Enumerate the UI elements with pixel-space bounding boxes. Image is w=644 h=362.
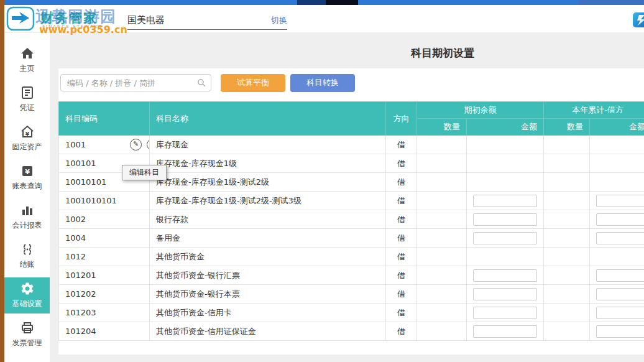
header-direction: 方向 [386, 102, 417, 136]
row-actions: ✎ + [127, 139, 150, 151]
direction-cell: 借 [386, 173, 417, 192]
bar-chart-icon [4, 203, 50, 219]
page-title: 科目期初设置 [411, 46, 474, 60]
header-opening-qty: 数量 [417, 119, 467, 136]
ytd-qty-cell [544, 285, 590, 304]
ytd-amount-input[interactable] [596, 213, 644, 226]
account-code: 1001 [65, 140, 86, 149]
ytd-amount-input[interactable] [596, 232, 644, 244]
account-name-cell: 其他货币资金-银行汇票 [150, 266, 386, 285]
opening-amount-input[interactable] [473, 269, 537, 282]
top-strip-segment [297, 0, 326, 5]
opening-amount-cell [467, 229, 544, 248]
account-code: 1001010101 [65, 196, 117, 205]
opening-qty-cell [417, 192, 467, 210]
sidebar-item-account-query[interactable]: ¥ 账表查询 [4, 160, 50, 196]
toolbar: 试算平衡 科目转换 [60, 73, 355, 92]
opening-amount-input[interactable] [473, 232, 537, 244]
table-row: 101201 其他货币资金-银行汇票 借 [59, 266, 644, 285]
ytd-amount-input[interactable] [596, 269, 644, 282]
switch-company-link[interactable]: 切换 [271, 15, 287, 26]
closing-icon [4, 242, 50, 258]
direction-cell: 借 [386, 285, 417, 304]
ytd-amount-input[interactable] [596, 288, 644, 300]
ytd-amount-cell [590, 248, 644, 266]
opening-amount-input[interactable] [473, 307, 537, 319]
account-code: 1012 [65, 252, 86, 261]
opening-amount-input[interactable] [473, 195, 537, 207]
company-selector: 国美电器 切换 [127, 11, 287, 30]
home-icon [4, 46, 50, 62]
top-strip-segment [326, 0, 358, 5]
ytd-amount-input[interactable] [596, 307, 644, 319]
ytd-amount-cell [590, 210, 644, 229]
ytd-amount-cell [590, 322, 644, 341]
sidebar-item-fixed-assets[interactable]: ¥ 固定资产 [4, 121, 50, 157]
sidebar-item-voucher[interactable]: 凭证 [4, 81, 50, 118]
account-name-cell: 其他货币资金-银行本票 [150, 285, 386, 304]
header-ytd-qty: 数量 [544, 119, 590, 136]
account-code-cell: 101201 [59, 266, 150, 285]
subjects-table: 科目编码 科目名称 方向 期初余额 本年累计-借方 数量 金额 数量 金额 [58, 101, 644, 341]
account-code-cell: 1001010101 [59, 192, 150, 210]
direction-cell: 借 [386, 154, 417, 173]
account-code: 101202 [65, 289, 96, 299]
ytd-amount-cell [590, 304, 644, 322]
opening-amount-input[interactable] [473, 288, 537, 300]
opening-amount-input[interactable] [473, 213, 537, 226]
opening-qty-cell [417, 304, 467, 322]
ytd-amount-cell [590, 229, 644, 248]
opening-qty-cell [417, 322, 467, 341]
edit-subject-tooltip: 编辑科目 [122, 165, 167, 180]
search-icon[interactable] [197, 78, 206, 88]
table-row: 1004 备用金 借 [59, 229, 644, 248]
account-name-cell: 其他货币资金-信用证保证金 [150, 322, 386, 341]
sidebar-item-invoice[interactable]: 发票管理 [4, 317, 50, 353]
fixed-assets-icon: ¥ [4, 124, 50, 141]
sidebar-item-label: 基础设置 [4, 299, 50, 309]
subject-convert-button[interactable]: 科目转换 [290, 74, 355, 92]
add-sub-account-button[interactable]: + [147, 139, 149, 151]
account-name-cell: 其他货币资金 [150, 248, 386, 266]
account-code-cell: 1001 ✎ + [59, 136, 150, 154]
edit-account-button[interactable]: ✎ [130, 139, 142, 151]
account-code: 1004 [65, 233, 86, 243]
opening-amount-cell [467, 136, 544, 154]
ytd-amount-cell [590, 192, 644, 210]
account-name-cell: 其他货币资金-信用卡 [150, 304, 386, 322]
ytd-amount-cell [590, 136, 644, 154]
opening-amount-input[interactable] [473, 325, 537, 338]
account-code: 1002 [65, 215, 86, 224]
sidebar-item-home[interactable]: 主页 [4, 42, 50, 78]
app-header: 财务管家 FINANCE STEWARD 迅载网游园 www.pc0359.cn… [4, 5, 644, 33]
ytd-qty-cell [544, 229, 590, 248]
direction-cell: 借 [386, 210, 417, 229]
watermark-corner-logo-icon [633, 12, 644, 27]
ytd-amount-input[interactable] [596, 325, 644, 338]
header-opening-amount: 金额 [467, 119, 544, 136]
account-code-cell: 101202 [59, 285, 150, 304]
sidebar-item-closing[interactable]: 结账 [4, 238, 50, 274]
account-name-cell: 银行存款 [150, 210, 386, 229]
ytd-amount-cell [590, 266, 644, 285]
ytd-amount-input[interactable] [596, 195, 644, 207]
subject-setup-panel: 试算平衡 科目转换 科目编码 科目名称 方向 期初余额 本年累计-借方 数量 金… [58, 68, 644, 355]
ytd-qty-cell [544, 304, 590, 322]
sidebar-item-label: 结账 [4, 259, 50, 270]
account-name-cell: 库存现金-库存现金1级-测试2级 [150, 173, 386, 192]
header-ytd-amount: 金额 [590, 119, 644, 136]
trial-balance-button[interactable]: 试算平衡 [221, 74, 285, 92]
direction-cell: 借 [386, 266, 417, 285]
direction-cell: 借 [386, 229, 417, 248]
company-name: 国美电器 [127, 14, 165, 26]
table-row: 1002 银行存款 借 [59, 210, 644, 229]
direction-cell: 借 [386, 136, 417, 154]
opening-qty-cell [417, 266, 467, 285]
gear-icon [4, 281, 50, 297]
search-input[interactable] [60, 74, 211, 91]
opening-amount-cell [467, 285, 544, 304]
sidebar-item-reports[interactable]: 会计报表 [4, 199, 50, 235]
sidebar-item-label: 发票管理 [4, 338, 50, 348]
header-opening-balance: 期初余额 [417, 102, 544, 119]
sidebar-item-settings[interactable]: 基础设置 [4, 277, 50, 313]
